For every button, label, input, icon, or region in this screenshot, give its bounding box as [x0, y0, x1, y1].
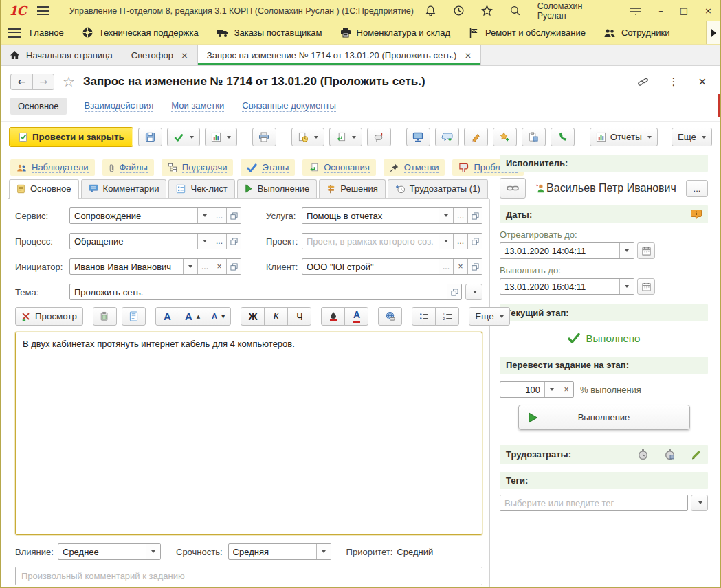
- bold-button[interactable]: Ж: [241, 307, 265, 326]
- doc-tab-checklist[interactable]: Чек-лист: [168, 179, 234, 198]
- minimize-button[interactable]: –: [658, 5, 663, 16]
- service-dropdown-button[interactable]: [197, 208, 212, 223]
- service-input[interactable]: [70, 208, 197, 223]
- percent-dropdown-button[interactable]: [544, 382, 559, 397]
- complete-calendar-button[interactable]: [637, 278, 655, 295]
- client-open-button[interactable]: [467, 259, 482, 274]
- doc-tab-execution[interactable]: Выполнение: [237, 179, 318, 198]
- favorite-star-icon[interactable]: ☆: [63, 75, 75, 89]
- editor-more-button[interactable]: Еще: [469, 307, 509, 326]
- project-input[interactable]: [302, 234, 439, 249]
- paste-button[interactable]: [93, 307, 117, 326]
- percent-input[interactable]: [500, 382, 544, 397]
- project-dropdown-button[interactable]: [439, 234, 453, 249]
- highlight-button[interactable]: [464, 128, 488, 146]
- preview-button[interactable]: Просмотр: [15, 307, 83, 326]
- maximize-button[interactable]: □: [680, 5, 688, 16]
- current-user[interactable]: Соломахин Руслан: [537, 1, 614, 21]
- favorites-star-icon[interactable]: [481, 5, 493, 16]
- panel-settings-icon[interactable]: [630, 6, 642, 16]
- navlink-related-docs[interactable]: Связанные документы: [242, 100, 336, 112]
- bullet-list-button[interactable]: [412, 307, 436, 326]
- process-dropdown-button[interactable]: [197, 234, 212, 249]
- execute-stage-button[interactable]: Выполнение: [518, 405, 690, 430]
- react-calendar-button[interactable]: [637, 242, 655, 259]
- insert-link-button[interactable]: [378, 307, 402, 326]
- initiator-choose-button[interactable]: ...: [197, 259, 212, 274]
- info-bubble-icon[interactable]: [691, 209, 702, 220]
- marks-chip[interactable]: Отметки: [384, 159, 445, 176]
- add-comment-button[interactable]: [435, 128, 459, 146]
- doc-tab-comments[interactable]: Комментарии: [81, 179, 167, 198]
- print-button[interactable]: [252, 128, 276, 146]
- menu-item-main[interactable]: Главное: [21, 21, 73, 44]
- observers-chip[interactable]: Наблюдатели: [10, 159, 95, 176]
- font-increase-button[interactable]: A▲: [179, 307, 206, 326]
- client-clear-button[interactable]: ×: [453, 259, 467, 274]
- urgency-input[interactable]: [229, 544, 316, 559]
- close-icon[interactable]: ×: [181, 50, 188, 60]
- mail-button[interactable]: [367, 128, 391, 146]
- post-button[interactable]: [167, 128, 200, 146]
- doc-tab-labor[interactable]: Трудозатраты (1): [388, 179, 488, 198]
- influence-dropdown-button[interactable]: [146, 544, 160, 559]
- menu-overflow-button[interactable]: [706, 21, 720, 44]
- menu-item-supplier-orders[interactable]: Заказы поставщикам: [208, 21, 331, 44]
- font-decrease-button[interactable]: A▼: [206, 307, 231, 326]
- format-doc-button[interactable]: [122, 307, 146, 326]
- grounds-chip[interactable]: Основания: [302, 159, 376, 176]
- main-menu-icon[interactable]: [37, 6, 49, 15]
- get-link-icon[interactable]: [637, 76, 649, 88]
- forward-button[interactable]: →: [32, 74, 54, 89]
- menu-item-repair[interactable]: Ремонт и обслуживание: [459, 21, 595, 44]
- doc-tab-decisions[interactable]: Решения: [319, 179, 385, 198]
- tags-dropdown-button[interactable]: [691, 495, 708, 511]
- call-button[interactable]: [551, 128, 575, 146]
- close-icon[interactable]: ×: [464, 50, 472, 60]
- close-form-icon[interactable]: ×: [698, 76, 707, 88]
- complete-until-input[interactable]: [500, 279, 619, 294]
- fill-color-button[interactable]: [321, 307, 345, 326]
- navlink-interactions[interactable]: Взаимодействия: [85, 100, 154, 112]
- edit-pencil-icon[interactable]: [691, 449, 702, 460]
- process-choose-button[interactable]: ...: [212, 234, 226, 249]
- usluga-input[interactable]: [302, 208, 439, 223]
- underline-button[interactable]: Ч: [287, 307, 311, 326]
- service-choose-button[interactable]: ...: [212, 208, 226, 223]
- executor-choose-button[interactable]: ...: [686, 180, 708, 197]
- notifications-bell-icon[interactable]: [425, 5, 436, 16]
- project-choose-button[interactable]: ...: [453, 234, 467, 249]
- reminder-button[interactable]: [291, 128, 324, 146]
- theme-input[interactable]: [70, 284, 447, 299]
- italic-button[interactable]: К: [264, 307, 288, 326]
- react-dropdown-button[interactable]: [619, 243, 634, 258]
- initiator-open-button[interactable]: [226, 259, 241, 274]
- font-button[interactable]: A: [155, 307, 179, 326]
- navlink-main[interactable]: Основное: [10, 98, 67, 115]
- process-open-button[interactable]: [226, 234, 241, 249]
- react-until-input[interactable]: [500, 243, 619, 258]
- doc-tab-main[interactable]: Основное: [9, 179, 79, 199]
- comment-input[interactable]: [15, 567, 482, 585]
- add-favorite-button[interactable]: [493, 128, 517, 146]
- theme-open-button[interactable]: [447, 284, 461, 299]
- stopwatch-save-icon[interactable]: [664, 449, 676, 460]
- save-button[interactable]: [138, 128, 162, 146]
- post-and-close-button[interactable]: Провести и закрыть: [9, 127, 133, 147]
- tags-input[interactable]: [500, 495, 687, 510]
- executor-name[interactable]: Васильев Петр Иванович: [530, 181, 682, 195]
- stages-chip[interactable]: Этапы: [241, 159, 295, 176]
- menu-item-tech-support[interactable]: Техническая поддержка: [73, 21, 208, 44]
- subtasks-chip[interactable]: Подзадачи: [162, 159, 234, 176]
- stopwatch-icon[interactable]: [637, 449, 649, 460]
- process-input[interactable]: [70, 234, 197, 249]
- reports-button[interactable]: Отчеты: [590, 128, 658, 146]
- project-open-button[interactable]: [467, 234, 482, 249]
- doc-reports-button[interactable]: [205, 128, 237, 146]
- client-choose-button[interactable]: ...: [439, 259, 453, 274]
- tab-svetofor[interactable]: Светофор ×: [122, 45, 198, 65]
- task-description-textarea[interactable]: [15, 332, 482, 535]
- usluga-open-button[interactable]: [467, 208, 482, 223]
- create-based-on-button[interactable]: [329, 128, 362, 146]
- files-chip[interactable]: Файлы: [102, 159, 154, 176]
